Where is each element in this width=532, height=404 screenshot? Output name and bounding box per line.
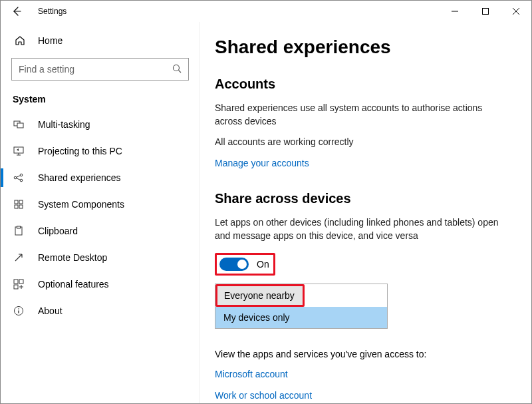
svg-point-1 [174,65,180,71]
main-panel: Shared experiences Accounts Shared exper… [200,22,531,403]
svg-point-18 [18,308,19,309]
share-desc: Let apps on other devices (including lin… [215,216,511,243]
svg-rect-15 [19,280,23,284]
projecting-icon [13,146,25,156]
svg-point-5 [14,176,17,179]
close-button[interactable] [501,1,531,22]
share-toggle-label: On [257,259,269,270]
components-icon [13,199,25,210]
sidebar-item-shared-experiences[interactable]: Shared experiences [1,164,200,191]
remote-desktop-icon [13,252,25,263]
page-title: Shared experiences [215,37,511,58]
share-scope-dropdown[interactable]: Everyone nearby My devices only [215,284,388,329]
sidebar-item-multitasking[interactable]: Multi-tasking [1,111,200,138]
svg-point-6 [20,174,23,176]
home-icon [14,35,26,46]
sidebar-item-label: Multi-tasking [38,119,90,130]
minimize-button[interactable] [440,1,470,22]
sidebar-item-clipboard[interactable]: Clipboard [1,218,200,244]
svg-point-7 [20,179,23,182]
home-nav[interactable]: Home [1,29,200,53]
svg-rect-13 [17,226,21,228]
sidebar: Home System Multi-tasking Projecting to … [1,22,200,403]
search-icon [172,63,182,74]
sidebar-item-projecting[interactable]: Projecting to this PC [1,138,200,164]
svg-rect-11 [19,205,23,208]
sidebar-item-about[interactable]: About [1,298,200,324]
dropdown-option-everyone[interactable]: Everyone nearby [217,286,303,305]
option-highlight: Everyone nearby [215,284,305,307]
share-toggle[interactable] [219,258,249,271]
back-button[interactable] [10,6,23,17]
home-label: Home [38,35,63,46]
sidebar-item-remote-desktop[interactable]: Remote Desktop [1,244,200,271]
sidebar-item-label: Clipboard [38,226,78,236]
sidebar-item-label: Projecting to this PC [38,146,122,156]
dropdown-option-mydevices[interactable]: My devices only [215,307,387,328]
multitasking-icon [13,119,25,130]
optional-features-icon [13,279,25,290]
clipboard-icon [13,226,25,236]
toggle-highlight: On [215,253,275,276]
search-input[interactable] [11,58,189,81]
accounts-heading: Accounts [215,77,511,92]
manage-accounts-link[interactable]: Manage your accounts [215,158,309,168]
window-controls [440,1,531,22]
svg-rect-14 [14,280,18,284]
svg-rect-16 [14,285,18,289]
share-heading: Share across devices [215,191,511,206]
window-title: Settings [38,7,66,16]
sidebar-heading: System [1,90,200,111]
sidebar-item-label: Optional features [38,279,109,290]
accounts-desc: Shared experiences use all system accoun… [215,101,511,128]
sidebar-item-label: System Components [38,199,124,210]
svg-rect-0 [483,9,489,15]
svg-rect-9 [19,200,23,204]
search-field-wrap [11,58,189,81]
sidebar-item-optional-features[interactable]: Optional features [1,271,200,298]
sidebar-item-label: Remote Desktop [38,252,107,263]
svg-rect-8 [15,200,18,204]
svg-rect-3 [17,123,23,128]
titlebar: Settings [1,1,531,22]
accounts-status: All accounts are working correctly [215,135,511,148]
view-access-text: View the apps and services you've given … [215,349,511,359]
about-icon [13,305,25,316]
shared-experiences-icon [13,172,25,183]
sidebar-item-system-components[interactable]: System Components [1,191,200,218]
work-school-account-link[interactable]: Work or school account [215,390,511,401]
microsoft-account-link[interactable]: Microsoft account [215,369,511,379]
maximize-button[interactable] [470,1,501,22]
svg-rect-10 [15,205,18,208]
sidebar-item-label: About [38,305,63,316]
sidebar-item-label: Shared experiences [38,172,121,183]
